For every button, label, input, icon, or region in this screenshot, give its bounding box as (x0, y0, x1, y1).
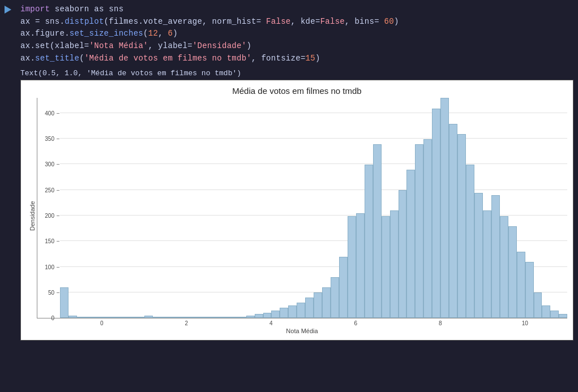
bar (339, 257, 348, 318)
bar (399, 190, 407, 318)
y-axis-label: Densidade (27, 98, 37, 334)
bar (322, 287, 331, 318)
bar (178, 317, 187, 318)
y-tick: 400 (37, 110, 61, 117)
bar (144, 316, 153, 318)
bar (305, 298, 314, 318)
bar (111, 317, 119, 318)
bar (229, 317, 238, 318)
bar (204, 317, 212, 318)
bar (170, 317, 178, 318)
bar (119, 317, 128, 318)
x-tick-label: 8 (398, 320, 483, 326)
code-lines: import seaborn as snsax = sns.distplot(f… (20, 3, 578, 64)
bar (415, 144, 423, 318)
code-cell: import seaborn as snsax = sns.distplot(f… (0, 0, 578, 68)
bar (288, 305, 297, 318)
bar (542, 305, 550, 318)
x-axis-labels: 0246810 (37, 320, 567, 326)
chart-title: Média de votos em filmes no tmdb (27, 86, 567, 96)
y-tick: 150 (37, 238, 61, 244)
bar (195, 317, 204, 318)
bar (271, 311, 280, 318)
code-line: ax = sns.distplot(filmes.vote_average, n… (20, 16, 578, 28)
chart-container: Média de votos em filmes no tmdb Densida… (20, 80, 573, 341)
code-line: import seaborn as sns (20, 3, 578, 16)
bar (161, 317, 170, 318)
bar (348, 216, 356, 318)
run-icon (5, 6, 11, 14)
bar (263, 313, 272, 318)
bar (457, 134, 466, 318)
bar (406, 170, 415, 318)
bar (373, 144, 382, 318)
y-tick: 250 (37, 187, 61, 193)
x-tick-label: 2 (144, 320, 229, 326)
y-tick: 50 (37, 290, 61, 296)
bar (136, 317, 144, 318)
bar (187, 317, 195, 318)
bar (297, 303, 305, 318)
bar (255, 314, 263, 318)
code-line: ax.set(xlabel='Nota Média', ylabel='Dens… (20, 40, 578, 53)
bar (382, 216, 390, 318)
bar (534, 292, 542, 318)
chart-area: Densidade 050100150200250300350400 02468… (27, 98, 567, 334)
bar (94, 317, 102, 318)
bar (474, 193, 483, 318)
bar (85, 317, 94, 318)
bar (365, 165, 373, 318)
bar (559, 314, 567, 318)
bar (153, 317, 161, 318)
plot-area: 050100150200250300350400 (37, 98, 567, 318)
bar (331, 277, 339, 318)
x-tick-label: 6 (314, 320, 399, 326)
bar (466, 165, 474, 318)
code-line: ax.set_title('Média de votos em filmes n… (20, 53, 578, 65)
output-text: Text(0.5, 1.0, 'Média de votos em filmes… (0, 68, 578, 80)
x-tick-label: 0 (59, 320, 144, 326)
bar (238, 317, 246, 318)
bar (491, 195, 500, 318)
bar (500, 216, 508, 318)
run-button[interactable] (0, 3, 16, 14)
bar (390, 210, 399, 318)
bar (60, 287, 68, 318)
bar (221, 317, 229, 318)
bar (246, 316, 255, 318)
code-content: import seaborn as snsax = sns.distplot(f… (16, 3, 578, 64)
y-tick: 0 (37, 315, 61, 321)
bar (483, 210, 491, 318)
bar (432, 109, 440, 318)
bar (314, 292, 322, 318)
bar (550, 311, 559, 318)
bars-container (60, 98, 567, 318)
x-axis-label: Nota Média (37, 328, 567, 334)
y-tick: 350 (37, 136, 61, 142)
bar (449, 124, 457, 318)
bar (68, 316, 77, 318)
y-tick: 300 (37, 161, 61, 167)
chart-plot: 050100150200250300350400 0246810 Nota Mé… (37, 98, 567, 334)
bar (212, 317, 221, 318)
bar (102, 317, 111, 318)
y-tick: 100 (37, 264, 61, 270)
bar (128, 317, 136, 318)
bar (77, 317, 85, 318)
bar (517, 252, 525, 318)
bar (280, 308, 288, 318)
x-tick-label: 4 (229, 320, 314, 326)
y-tick: 200 (37, 213, 61, 219)
bar (440, 98, 449, 318)
bar (356, 213, 365, 318)
x-tick-label: 10 (483, 320, 568, 326)
bar (508, 226, 517, 318)
bar (525, 262, 534, 318)
code-line: ax.figure.set_size_inches(12, 6) (20, 28, 578, 40)
bar (423, 139, 432, 318)
